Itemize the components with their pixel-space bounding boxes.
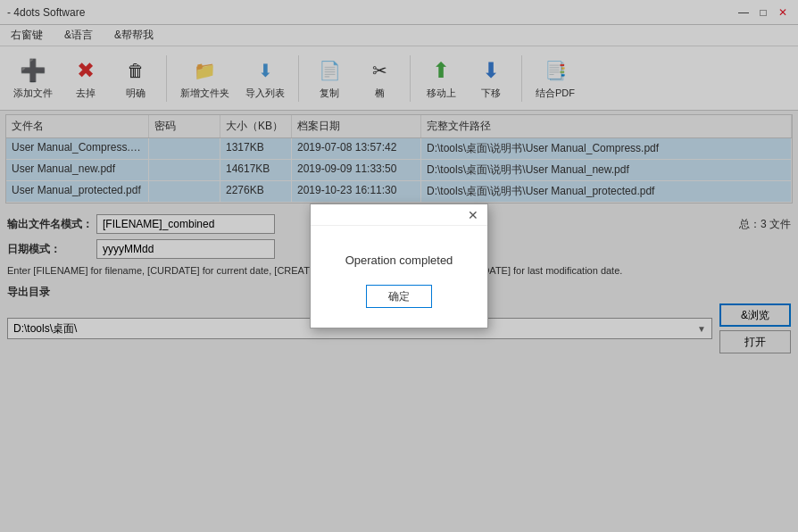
dialog-body: Operation completed 确定 [311,226,487,328]
dialog-overlay: ✕ Operation completed 确定 [0,0,798,532]
dialog-message: Operation completed [345,254,453,267]
dialog-close-button[interactable]: ✕ [466,208,480,222]
operation-completed-dialog: ✕ Operation completed 确定 [310,204,488,328]
dialog-titlebar: ✕ [311,204,487,226]
dialog-ok-button[interactable]: 确定 [366,285,432,308]
